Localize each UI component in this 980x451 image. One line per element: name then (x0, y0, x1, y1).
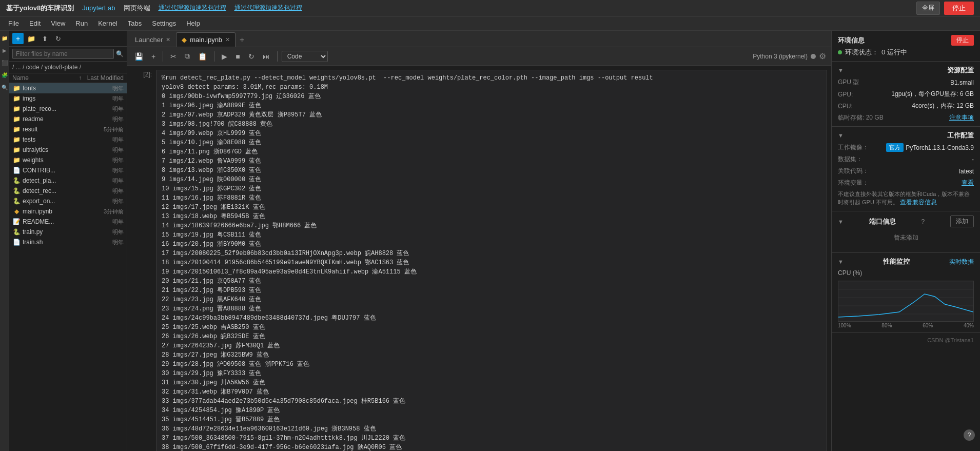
copy-button[interactable]: ⧉ (182, 49, 193, 64)
cell-content[interactable]: %run detect_rec_plate.py --detect_model … (156, 70, 827, 451)
add-cell-button[interactable]: + (148, 49, 159, 64)
menu-settings[interactable]: Settings (148, 18, 180, 28)
env-info-section: 环境信息 停止 环境状态： 0 运行中 (832, 31, 980, 62)
menu-view[interactable]: View (47, 18, 69, 28)
file-type-icon: 📁 (12, 94, 21, 103)
list-item[interactable]: 📁 result 5分钟前 (9, 124, 127, 134)
nb-settings-button[interactable]: ⚙ (818, 50, 827, 62)
env-stop-button[interactable]: 停止 (951, 35, 974, 46)
list-item[interactable]: 📁 tests 明年 (9, 134, 127, 145)
list-item[interactable]: 🐍 export_on... 明年 (9, 196, 127, 206)
question-icon[interactable]: ? (921, 218, 925, 225)
tab-main[interactable]: ◆ main.ipynb ✕ (176, 32, 236, 47)
list-item[interactable]: 📄 CONTRIB... 明年 (9, 165, 127, 175)
file-modified-label: 明年 (93, 218, 124, 226)
menu-tabs[interactable]: Tabs (124, 18, 146, 28)
list-item[interactable]: 📄 train.sh 明年 (9, 237, 127, 247)
tab-add-button[interactable]: + (236, 33, 248, 47)
file-name-label: README... (23, 218, 93, 225)
list-item[interactable]: 📁 weights 明年 (9, 155, 127, 165)
terminal-label[interactable]: 网页终端 (124, 4, 150, 13)
proxy-link[interactable]: 通过代理源加速装包过程 (159, 4, 226, 12)
cut-button[interactable]: ✂ (167, 49, 180, 64)
paste-button[interactable]: 📋 (195, 49, 210, 64)
file-type-icon: 🐍 (12, 228, 21, 236)
sidebar-icon-run[interactable]: ▶ (1, 46, 9, 54)
file-name-label: ultralytics (23, 146, 93, 153)
terminal-info-header[interactable]: ▼ 端口信息 ? 添加 (838, 215, 974, 227)
list-item[interactable]: 📁 readme 明年 (9, 114, 127, 124)
stop-button[interactable]: 停止 (944, 2, 974, 15)
file-modified-label: 5分钟前 (93, 126, 124, 133)
compat-link[interactable]: 查看兼容信息 (900, 199, 937, 206)
name-column-header[interactable]: Name (12, 74, 79, 82)
list-item[interactable]: 📁 ultralytics 明年 (9, 145, 127, 155)
env-var-link[interactable]: 查看 (962, 179, 974, 187)
proxy-link-text[interactable]: 通过代理源加速装包过程 (234, 4, 302, 12)
file-name-label: detect_rec... (23, 187, 93, 194)
jupyterlab-label[interactable]: JupyterLab (82, 4, 115, 12)
resource-config-section: ▼ 资源配置 GPU 型 B1.small GPU: 1gpu(s)，每个GPU… (832, 62, 980, 127)
tab-close-main[interactable]: ✕ (225, 36, 230, 43)
env-info-title: 环境信息 (838, 36, 865, 45)
stop-kernel-button[interactable]: ■ (232, 49, 243, 64)
menu-help[interactable]: Help (182, 18, 204, 28)
resource-config-header[interactable]: ▼ 资源配置 (838, 66, 974, 75)
menu-run[interactable]: Run (71, 18, 92, 28)
upload-button[interactable]: ⬆ (39, 33, 50, 44)
menu-file[interactable]: File (4, 18, 23, 28)
terminal-info-section: ▼ 端口信息 ? 添加 暂未添加 (832, 211, 980, 253)
top-bar-right: 全屏 停止 (916, 2, 974, 15)
file-name-label: tests (23, 136, 93, 143)
sidebar-icon-terminal[interactable]: ⬛ (1, 58, 9, 67)
image-label: 工作镜像： (838, 143, 869, 152)
refresh-button[interactable]: ↻ (52, 33, 64, 44)
run-cell-button[interactable]: ▶ (219, 49, 230, 64)
env-var-row: 环境变量： 查看 (838, 179, 974, 187)
new-file-button[interactable]: + (12, 33, 24, 44)
notice-link[interactable]: 注意事项 (949, 113, 974, 122)
list-item[interactable]: 📁 imgs 明年 (9, 93, 127, 104)
work-config-header[interactable]: ▼ 工作配置 (838, 131, 974, 140)
list-item[interactable]: 🐍 detect_rec... 明年 (9, 186, 127, 196)
cpu-80-label: 80% (881, 323, 892, 328)
dataset-row: 数据集： - (838, 155, 974, 164)
monitor-header[interactable]: ▼ 性能监控 实时数据 (838, 257, 974, 266)
list-item[interactable]: 📁 plate_reco... 明年 (9, 104, 127, 114)
image-tag-badge[interactable]: 官方 (886, 143, 904, 152)
file-name-label: weights (23, 156, 93, 164)
new-folder-button[interactable]: 📁 (26, 33, 37, 44)
save-button[interactable]: 💾 (131, 49, 146, 64)
list-item[interactable]: 📁 fonts 明年 (9, 83, 127, 93)
tab-launcher[interactable]: Launcher ✕ (129, 32, 176, 47)
search-input[interactable] (12, 49, 114, 59)
menu-kernel[interactable]: Kernel (94, 18, 122, 28)
file-type-icon: 📁 (12, 115, 21, 123)
restart-kernel-button[interactable]: ↻ (245, 49, 258, 64)
file-header: Name ↑ Last Modified (9, 73, 127, 83)
list-item[interactable]: 📝 README... 明年 (9, 217, 127, 227)
list-item[interactable]: 🐍 train.py 明年 (9, 227, 127, 237)
add-terminal-button[interactable]: 添加 (950, 215, 974, 227)
list-item[interactable]: ◆ main.ipynb 3分钟前 (9, 206, 127, 217)
list-item[interactable]: 🐍 detect_pla... 明年 (9, 175, 127, 186)
sidebar-icon-extension[interactable]: 🧩 (1, 71, 9, 79)
cpu-metric-label: CPU (%) (838, 269, 862, 277)
cell-type-select[interactable]: Code Markdown Raw (282, 51, 328, 62)
tab-close-launcher[interactable]: ✕ (166, 36, 170, 43)
cpu-chart-labels: 100% 80% 60% 40% (838, 323, 974, 328)
env-info-header[interactable]: 环境信息 停止 (838, 35, 974, 46)
cpu-monitor: CPU (%) 100% 80% 60% 40% (838, 269, 974, 328)
tab-main-icon: ◆ (182, 36, 187, 44)
fast-forward-button[interactable]: ⏭ (260, 49, 273, 64)
sidebar-icon-search[interactable]: 🔍 (1, 83, 9, 91)
fullscreen-button[interactable]: 全屏 (916, 2, 940, 15)
warning-text: 不建议直接外装其它版本的框架和Cuda，版本不兼容时将引起 GPU 不可用。 查… (838, 190, 974, 207)
sidebar-icon-files[interactable]: 📁 (1, 34, 9, 42)
realtime-link[interactable]: 实时数据 (949, 258, 974, 266)
modified-column-header[interactable]: Last Modified (83, 74, 124, 82)
menu-edit[interactable]: Edit (25, 18, 45, 28)
resource-config-title: 资源配置 (947, 66, 974, 75)
help-icon[interactable]: ? (964, 429, 975, 441)
csdn-label: CSDN @Tristana1 (927, 337, 974, 343)
